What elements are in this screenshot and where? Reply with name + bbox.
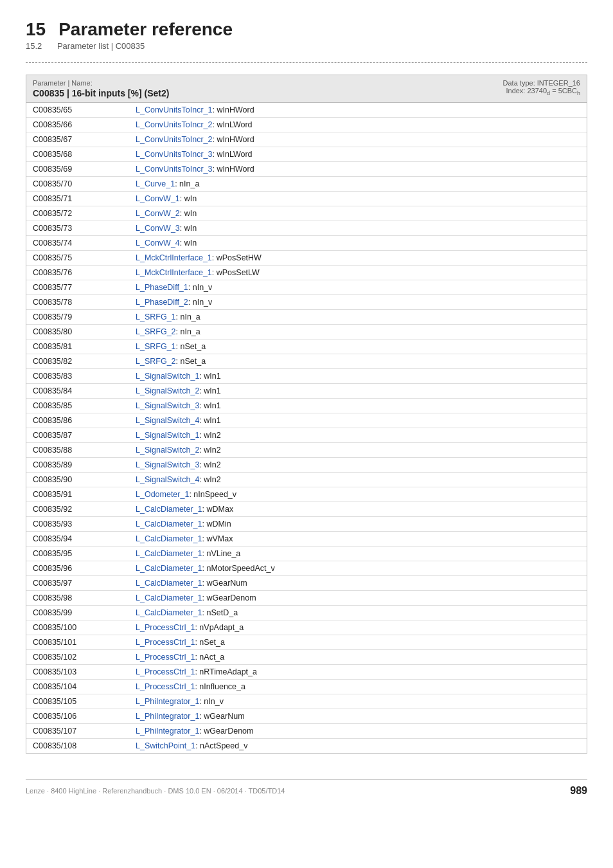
param-id: C00835/94 — [26, 532, 129, 547]
table-row: C00835/78L_PhaseDiff_2: nIn_v — [26, 295, 587, 310]
param-link[interactable]: L_SignalSwitch_1 — [136, 431, 199, 440]
table-row: C00835/90L_SignalSwitch_4: wIn2 — [26, 473, 587, 487]
param-id: C00835/72 — [26, 206, 129, 221]
param-link[interactable]: L_ConvW_2 — [136, 209, 180, 218]
table-row: C00835/68L_ConvUnitsToIncr_3: wInLWord — [26, 147, 587, 162]
param-suffix: : wGearDenom — [202, 593, 256, 602]
param-signal: L_SignalSwitch_4: wIn1 — [129, 413, 587, 428]
table-row: C00835/81L_SRFG_1: nSet_a — [26, 339, 587, 354]
param-link[interactable]: L_Odometer_1 — [136, 490, 189, 499]
param-id: C00835/78 — [26, 295, 129, 310]
param-link[interactable]: L_ConvUnitsToIncr_2 — [136, 120, 213, 129]
param-link[interactable]: L_SignalSwitch_4 — [136, 475, 199, 484]
footer-page-number: 989 — [570, 785, 587, 797]
param-id: C00835/80 — [26, 325, 129, 339]
param-suffix: : wIn — [180, 239, 197, 248]
table-row: C00835/69L_ConvUnitsToIncr_3: wInHWord — [26, 162, 587, 177]
param-signal: L_SignalSwitch_3: wIn2 — [129, 458, 587, 473]
param-suffix: : wIn1 — [199, 372, 220, 381]
param-table: C00835/65L_ConvUnitsToIncr_1: wInHWordC0… — [26, 103, 587, 753]
param-suffix: : wIn2 — [199, 431, 220, 440]
table-row: C00835/94L_CalcDiameter_1: wVMax — [26, 532, 587, 547]
param-id: C00835/65 — [26, 103, 129, 118]
table-row: C00835/105L_PhiIntegrator_1: nIn_v — [26, 694, 587, 709]
param-link[interactable]: L_SRFG_2 — [136, 327, 176, 336]
param-link[interactable]: L_ProcessCtrl_1 — [136, 667, 195, 676]
param-id: C00835/75 — [26, 251, 129, 266]
param-link[interactable]: L_Curve_1 — [136, 179, 175, 188]
param-link[interactable]: L_MckCtrlInterface_1 — [136, 253, 212, 262]
param-link[interactable]: L_ConvUnitsToIncr_2 — [136, 135, 213, 144]
param-link[interactable]: L_ConvW_3 — [136, 224, 180, 233]
param-id: C00835/96 — [26, 561, 129, 576]
param-link[interactable]: L_SignalSwitch_3 — [136, 460, 199, 469]
table-row: C00835/108L_SwitchPoint_1: nActSpeed_v — [26, 739, 587, 754]
param-link[interactable]: L_CalcDiameter_1 — [136, 520, 202, 529]
param-link[interactable]: L_CalcDiameter_1 — [136, 579, 202, 588]
param-link[interactable]: L_SignalSwitch_2 — [136, 446, 199, 455]
param-suffix: : nVpAdapt_a — [195, 623, 244, 632]
param-signal: L_ConvUnitsToIncr_3: wInHWord — [129, 162, 587, 177]
param-id: C00835/89 — [26, 458, 129, 473]
table-row: C00835/99L_CalcDiameter_1: nSetD_a — [26, 606, 587, 620]
param-id: C00835/81 — [26, 339, 129, 354]
param-link[interactable]: L_CalcDiameter_1 — [136, 593, 202, 602]
param-link[interactable]: L_CalcDiameter_1 — [136, 505, 202, 514]
param-link[interactable]: L_ConvW_4 — [136, 239, 180, 248]
param-link[interactable]: L_SRFG_1 — [136, 312, 176, 321]
param-id: C00835/83 — [26, 369, 129, 384]
param-signal: L_SignalSwitch_2: wIn2 — [129, 443, 587, 458]
param-link[interactable]: L_CalcDiameter_1 — [136, 534, 202, 543]
param-link[interactable]: L_ProcessCtrl_1 — [136, 638, 195, 647]
table-row: C00835/72L_ConvW_2: wIn — [26, 206, 587, 221]
param-link[interactable]: L_ConvW_1 — [136, 194, 180, 203]
param-link[interactable]: L_SRFG_1 — [136, 342, 176, 351]
param-link[interactable]: L_SwitchPoint_1 — [136, 741, 195, 750]
table-row: C00835/83L_SignalSwitch_1: wIn1 — [26, 369, 587, 384]
param-link[interactable]: L_SRFG_2 — [136, 357, 176, 366]
param-link[interactable]: L_SignalSwitch_3 — [136, 401, 199, 410]
table-row: C00835/98L_CalcDiameter_1: wGearDenom — [26, 591, 587, 606]
param-link[interactable]: L_ConvUnitsToIncr_3 — [136, 165, 213, 174]
data-type-label: Data type: INTEGER_16 — [503, 79, 580, 87]
param-link[interactable]: L_SignalSwitch_2 — [136, 386, 199, 395]
param-link[interactable]: L_CalcDiameter_1 — [136, 608, 202, 617]
param-link[interactable]: L_SignalSwitch_4 — [136, 416, 199, 425]
param-link[interactable]: L_PhaseDiff_2 — [136, 298, 188, 307]
param-link[interactable]: L_ProcessCtrl_1 — [136, 653, 195, 662]
param-suffix: : nIn_a — [175, 179, 199, 188]
param-link[interactable]: L_ConvUnitsToIncr_3 — [136, 150, 213, 159]
param-link[interactable]: L_MckCtrlInterface_1 — [136, 268, 212, 277]
divider — [26, 62, 587, 63]
param-suffix: : nInfluence_a — [195, 682, 245, 691]
param-id: C00835/73 — [26, 221, 129, 236]
param-link[interactable]: L_PhiIntegrator_1 — [136, 712, 199, 721]
param-link[interactable]: L_PhiIntegrator_1 — [136, 727, 199, 736]
param-link[interactable]: L_PhaseDiff_1 — [136, 283, 188, 292]
param-id: C00835/70 — [26, 177, 129, 192]
param-link[interactable]: L_ProcessCtrl_1 — [136, 623, 195, 632]
param-suffix: : wIn2 — [199, 475, 220, 484]
param-suffix: : nIn_v — [188, 298, 213, 307]
table-row: C00835/80L_SRFG_2: nIn_a — [26, 325, 587, 339]
param-link[interactable]: L_PhiIntegrator_1 — [136, 697, 199, 706]
table-row: C00835/107L_PhiIntegrator_1: wGearDenom — [26, 724, 587, 739]
chapter-number: 15 — [26, 19, 46, 40]
param-link[interactable]: L_CalcDiameter_1 — [136, 564, 202, 573]
param-link[interactable]: L_ConvUnitsToIncr_1 — [136, 105, 213, 114]
param-id: C00835/107 — [26, 724, 129, 739]
param-suffix: : nIn_v — [188, 283, 213, 292]
param-suffix: : nSet_a — [195, 638, 225, 647]
table-header-left: Parameter | Name: C00835 | 16-bit inputs… — [33, 79, 169, 98]
param-id: C00835/84 — [26, 384, 129, 399]
param-link[interactable]: L_ProcessCtrl_1 — [136, 682, 195, 691]
param-table-container: Parameter | Name: C00835 | 16-bit inputs… — [26, 75, 587, 754]
param-signal: L_CalcDiameter_1: nVLine_a — [129, 547, 587, 561]
param-link[interactable]: L_CalcDiameter_1 — [136, 549, 202, 558]
param-suffix: : wDMax — [202, 505, 234, 514]
param-id: C00835/88 — [26, 443, 129, 458]
main-title: 15 Parameter reference — [26, 19, 587, 40]
param-link[interactable]: L_SignalSwitch_1 — [136, 372, 199, 381]
param-id: C00835/106 — [26, 709, 129, 724]
param-signal: L_PhaseDiff_2: nIn_v — [129, 295, 587, 310]
